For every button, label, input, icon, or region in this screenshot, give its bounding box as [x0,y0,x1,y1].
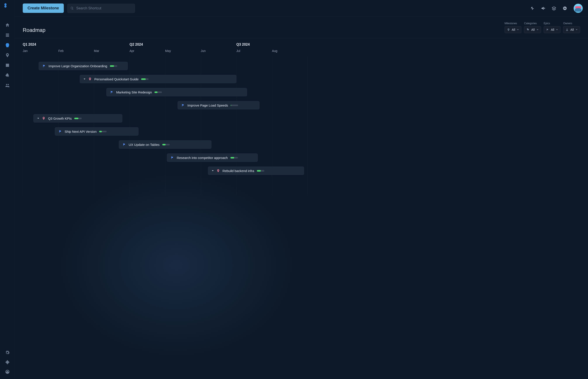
filter-value: All [512,28,515,32]
nav-launch-icon[interactable] [5,73,10,78]
month-label: Jan [23,49,58,53]
chevron-down-icon [537,29,539,31]
filter-value: All [531,28,535,32]
expand-toggle-icon[interactable] [212,170,214,172]
filter-select-epics[interactable]: All [544,26,561,33]
milestone-pin-icon [42,117,46,120]
pin-icon [507,28,510,31]
filter-label: Epics [544,22,561,25]
roadmap-item-title: Research into competitor approach [177,156,228,159]
main-column: Create Milestone Roadmap MilestonesAllCa… [15,0,588,379]
app-root: Create Milestone Roadmap MilestonesAllCa… [0,0,588,379]
timeline-quarters: Q1 2024Q2 2024Q3 2024 [23,43,588,47]
month-label: Aug [272,49,308,53]
tag-icon [526,28,529,31]
roadmap-item-title: Marketing Site Redesign [116,90,152,94]
app-logo[interactable] [3,3,12,12]
timeline-months: JanFebMarAprMayJunJulAug [23,49,588,53]
announcements-icon[interactable] [541,6,545,11]
chevron-down-icon [556,29,558,31]
roadmap-item-title: Improve Page Load Speeds [187,103,228,107]
status-icon[interactable] [563,6,567,11]
roadmap-item[interactable]: Improve Page Load Speeds [178,101,260,109]
page-header: Roadmap MilestonesAllCategoriesAllEpicsA… [15,16,588,38]
milestone-pin-icon [88,77,92,81]
activity-icon[interactable] [530,6,534,11]
epic-flag-icon [123,143,126,146]
nav-reports-icon[interactable] [5,63,10,68]
docs-icon[interactable] [552,6,556,11]
nav-milestones-icon[interactable] [5,53,10,58]
nav-stories-icon[interactable] [5,33,10,38]
user-avatar[interactable] [573,4,583,13]
progress-bar [162,144,170,145]
filter-categories: CategoriesAll [524,22,541,33]
filter-select-milestones[interactable]: All [505,26,522,33]
nav-plugins-icon[interactable] [5,360,10,364]
timeline-rows: Improve Large Organization OnboardingPer… [23,56,588,175]
progress-bar [110,65,117,67]
roadmap-item[interactable]: Ship Next API Version [55,127,138,136]
person-icon [566,28,569,31]
month-label: Mar [94,49,130,53]
nav-roadmap-icon[interactable] [5,43,10,47]
roadmap-item[interactable]: Marketing Site Redesign [106,88,247,96]
epic-flag-icon [171,156,174,159]
roadmap-item[interactable]: Personalised Quickstart Guide [80,75,236,83]
expand-toggle-icon[interactable] [37,117,39,119]
nav-home-icon[interactable] [5,23,10,28]
filter-epics: EpicsAll [544,22,561,33]
filter-select-categories[interactable]: All [524,26,541,33]
quarter-label: Q2 2024 [130,43,236,47]
roadmap-item[interactable]: Q3 Growth KPIs [33,114,123,123]
roadmap-item[interactable]: Rebuild backend infra [208,167,304,175]
month-label: Apr [130,49,165,53]
topbar-icons [530,4,583,13]
progress-bar [257,170,264,172]
filter-label: Owners [563,22,580,25]
chevron-down-icon [575,29,578,31]
nav-help-icon[interactable] [5,369,10,374]
timeline: Q1 2024Q2 2024Q3 2024 JanFebMarAprMayJun… [15,38,588,379]
filter-milestones: MilestonesAll [505,22,522,33]
filter-select-owners[interactable]: All [563,26,580,33]
filter-value: All [551,28,554,32]
roadmap-item-title: UX Update on Tables [129,143,160,146]
topbar: Create Milestone [15,0,588,16]
roadmap-item-title: Q3 Growth KPIs [48,117,72,120]
roadmap-item-title: Personalised Quickstart Guide [94,77,139,81]
filters: MilestonesAllCategoriesAllEpicsAllOwners… [505,22,580,33]
roadmap-item[interactable]: Improve Large Organization Onboarding [39,62,128,70]
month-label: May [165,49,201,53]
progress-bar [230,157,238,158]
roadmap-item-title: Ship Next API Version [65,130,97,133]
chevron-down-icon [517,29,519,31]
filter-label: Categories [524,22,541,25]
expand-toggle-icon[interactable] [83,78,86,80]
nav-team-icon[interactable] [5,83,10,88]
progress-bar [74,118,82,119]
month-label: Jun [201,49,236,53]
epic-flag-icon [42,64,46,68]
filter-owners: OwnersAll [563,22,580,33]
progress-bar [231,105,238,106]
epic-flag-icon [110,90,114,94]
filter-value: All [570,28,574,32]
search-input[interactable] [67,4,135,13]
roadmap-item[interactable]: Research into competitor approach [167,154,258,162]
create-milestone-button[interactable]: Create Milestone [23,3,64,13]
month-label: Feb [58,49,94,53]
filter-label: Milestones [505,22,522,25]
epic-flag-icon [181,103,185,107]
roadmap-item[interactable]: UX Update on Tables [119,140,212,149]
progress-bar [141,78,148,80]
roadmap-item-title: Improve Large Organization Onboarding [49,64,107,68]
roadmap-item-title: Rebuild backend infra [223,169,254,173]
quarter-label: Q3 2024 [236,43,308,47]
page-title: Roadmap [23,27,46,33]
nav-settings-icon[interactable] [5,350,10,355]
milestone-pin-icon [216,169,220,173]
quarter-label: Q1 2024 [23,43,130,47]
siderail [0,0,15,379]
flag-icon [546,28,549,31]
